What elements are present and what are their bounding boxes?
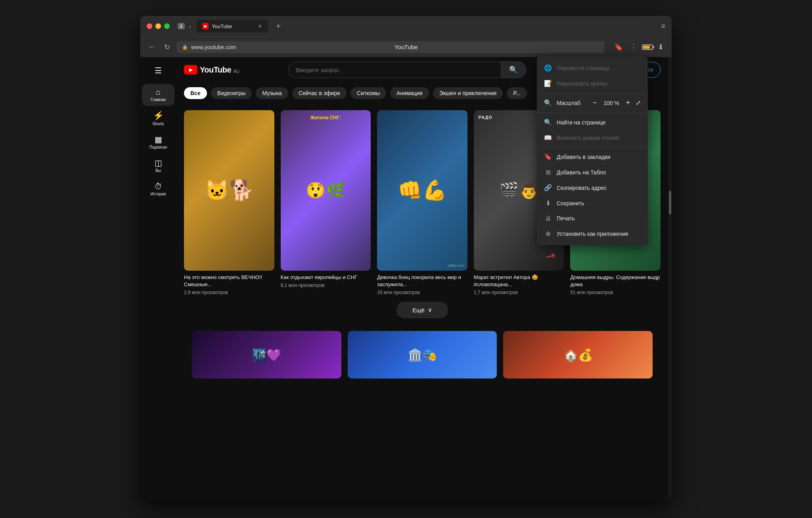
- video-views-2: 9,1 млн просмотров: [281, 283, 371, 288]
- video-thumb-2: 😲🌿 Жители СНГ:: [281, 110, 371, 271]
- yt-logo[interactable]: ▶ YouTube RU: [184, 65, 239, 75]
- download-button[interactable]: ⬇: [655, 41, 666, 53]
- yt-logo-suffix: RU: [234, 69, 239, 74]
- video-thumb-1: 🐱🐕: [184, 110, 274, 271]
- zoom-expand-button[interactable]: ⤢: [636, 99, 641, 107]
- reload-button[interactable]: ↻: [162, 41, 172, 53]
- more-button[interactable]: Ещё ∨: [396, 302, 448, 318]
- new-tab-button[interactable]: +: [273, 20, 284, 32]
- filter-chip-music[interactable]: Музыка: [256, 87, 288, 99]
- thumb-overlay-text-2: Жители СНГ:: [281, 115, 371, 120]
- back-button[interactable]: ←: [146, 41, 158, 53]
- ctx-section-findreader: 🔍 Найти на странице 📖 Включить режим чте…: [537, 113, 648, 147]
- ctx-summarize: 📝 Пересказать кратко: [537, 76, 648, 91]
- sidebar-item-you[interactable]: ◫ Вы: [142, 155, 174, 177]
- scrollbar-track[interactable]: [668, 57, 672, 499]
- tab-close-button[interactable]: ✕: [258, 23, 262, 29]
- install-icon: ⊕: [544, 230, 552, 237]
- video-title-3: Девочка боец покорила весь мир и заслужи…: [377, 274, 467, 288]
- print-icon: 🖨: [544, 215, 552, 222]
- video-views-3: 15 млн просмотров: [377, 290, 467, 295]
- yt-play-icon: ▶: [189, 67, 193, 73]
- window-menu-button[interactable]: ≡: [661, 22, 665, 31]
- bookmark-ctx-icon: 🔖: [544, 153, 552, 161]
- video-views-5: 51 млн просмотров: [570, 290, 661, 295]
- ctx-section-actions: 🔖 Добавить в закладки ⊞ Добавить на Табл…: [537, 147, 648, 243]
- yt-logo-icon: ▶: [184, 65, 197, 75]
- video-card-3[interactable]: 👊💪 cldeo.com Девочка боец покорила весь …: [377, 110, 467, 295]
- ctx-addtab[interactable]: ⊞ Добавить на Табло: [537, 164, 648, 180]
- filter-chip-live[interactable]: Сейчас в эфире: [292, 87, 347, 99]
- reader-icon: 📖: [544, 134, 552, 141]
- minimize-button[interactable]: [155, 23, 161, 29]
- video-thumb-3: 👊💪 cldeo.com: [377, 110, 467, 271]
- video-card-2[interactable]: 😲🌿 Жители СНГ: Как отдыхают европейцы и …: [281, 110, 371, 295]
- zoom-in-button[interactable]: +: [623, 98, 632, 108]
- sidebar-item-history[interactable]: ⏱ История: [142, 178, 174, 200]
- ctx-save[interactable]: ⬇ Сохранить: [537, 195, 648, 211]
- sidebar-hamburger[interactable]: ☰: [142, 62, 174, 79]
- subscriptions-icon: ▦: [155, 136, 162, 143]
- you-icon: ◫: [155, 159, 162, 167]
- ctx-copy[interactable]: 🔗 Скопировать адрес: [537, 180, 648, 195]
- zoom-icon: 🔍: [544, 99, 552, 107]
- ctx-translate: 🌐 Перевести страницу: [537, 60, 648, 76]
- translate-icon: 🌐: [544, 64, 552, 72]
- ctx-reader: 📖 Включить режим чтения: [537, 130, 648, 145]
- save-icon: ⬇: [544, 199, 552, 207]
- tab-counter: 1: [178, 23, 185, 29]
- thumb-watermark-3: cldeo.com: [448, 264, 464, 268]
- tab-group: 1 ⌄: [178, 23, 192, 29]
- filter-chip-animation[interactable]: Анимация: [390, 87, 429, 99]
- filter-chip-games[interactable]: Видеоигры: [211, 87, 252, 99]
- ctx-section-zoom: 🔍 Масштаб − 100 % + ⤢: [537, 93, 648, 113]
- video-title-4: Марат встретил Автора 🤩 #словопацана...: [474, 274, 564, 288]
- filter-chip-more[interactable]: Р...: [507, 87, 527, 99]
- yt-logo-text: YouTube: [200, 65, 231, 75]
- yt-search-input[interactable]: [288, 61, 501, 78]
- copy-icon: 🔗: [544, 184, 552, 191]
- bottom-thumb-3[interactable]: 🏠💰: [503, 331, 653, 378]
- video-views-4: 1,7 млн просмотров: [474, 290, 564, 295]
- fullscreen-button[interactable]: [164, 23, 170, 29]
- active-tab[interactable]: ▶ YouTube ✕: [197, 20, 268, 32]
- bookmark-button[interactable]: 🔖: [612, 41, 625, 53]
- zoom-out-button[interactable]: −: [590, 98, 599, 108]
- more-button-row: Ещё ∨: [184, 295, 661, 325]
- bottom-thumb-2[interactable]: 🏛️🎭: [348, 331, 497, 378]
- filter-chip-all[interactable]: Все: [184, 87, 207, 99]
- ctx-section-top: 🌐 Перевести страницу 📝 Пересказать кратк…: [537, 59, 648, 93]
- video-title-1: На это можно смотреть ВЕЧНО!! Смешные...: [184, 274, 274, 288]
- filter-chip-action[interactable]: Экшен и приключения: [433, 87, 503, 99]
- sidebar-item-subscriptions[interactable]: ▦ Подписки: [142, 132, 174, 153]
- video-title-5: Домашняя выдры. Содержание выдр дома: [570, 274, 661, 288]
- tab-title: YouTube: [212, 23, 232, 29]
- address-field[interactable]: 🔒 www.youtube.com: [176, 41, 605, 53]
- ctx-install[interactable]: ⊕ Установить как приложение: [537, 226, 648, 241]
- browser-menu-button[interactable]: ⋮: [628, 41, 640, 53]
- ctx-bookmark[interactable]: 🔖 Добавить в закладки: [537, 149, 648, 164]
- scrollbar-thumb[interactable]: [669, 191, 671, 214]
- url-text: www.youtube.com: [191, 44, 236, 50]
- sidebar-item-home[interactable]: ⌂ Главная: [142, 84, 174, 106]
- zoom-control: 🔍 Масштаб − 100 % + ⤢: [537, 95, 648, 111]
- titlebar: 1 ⌄ ▶ YouTube ✕ + ≡: [140, 16, 672, 36]
- history-icon: ⏱: [154, 182, 162, 190]
- bottom-thumbnails-row: 🌃💜 🏛️🎭 🏠💰: [184, 325, 661, 385]
- context-menu: 🌐 Перевести страницу 📝 Пересказать кратк…: [537, 56, 648, 245]
- filter-chip-sitcoms[interactable]: Ситкомы: [350, 87, 386, 99]
- tab-chevron-icon[interactable]: ⌄: [188, 23, 192, 29]
- video-card-1[interactable]: 🐱🐕 На это можно смотреть ВЕЧНО!! Смешные…: [184, 110, 274, 295]
- summarize-icon: 📝: [544, 80, 552, 87]
- lock-icon: 🔒: [182, 44, 188, 50]
- yt-search-button[interactable]: 🔍: [501, 61, 526, 78]
- find-icon: 🔍: [544, 119, 552, 126]
- bottom-thumb-1[interactable]: 🌃💜: [192, 331, 341, 378]
- ctx-print[interactable]: 🖨 Печать: [537, 211, 648, 226]
- close-button[interactable]: [147, 23, 152, 29]
- zoom-percent: 100 %: [602, 100, 620, 106]
- yt-search-bar: 🔍: [288, 61, 526, 78]
- video-views-1: 2,9 млн просмотров: [184, 290, 274, 295]
- ctx-find[interactable]: 🔍 Найти на странице: [537, 115, 648, 130]
- sidebar-item-shorts[interactable]: ⚡ Shorts: [142, 107, 174, 130]
